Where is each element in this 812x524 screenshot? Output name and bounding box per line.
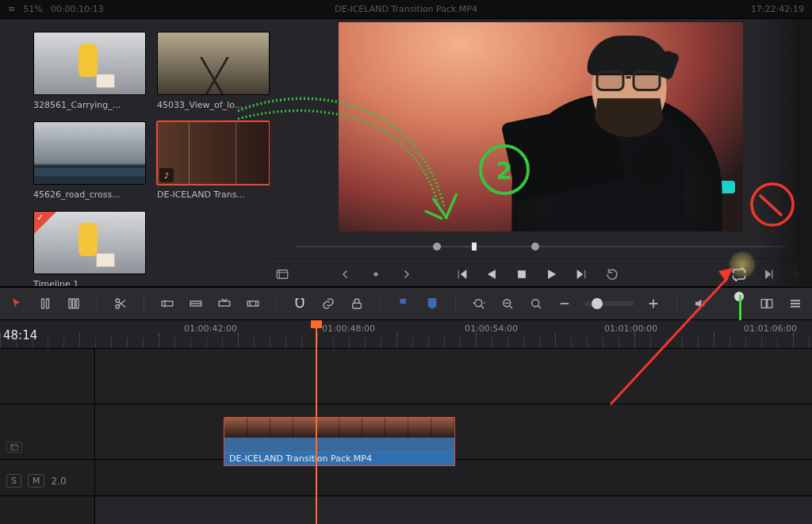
snap-icon[interactable]	[291, 295, 308, 312]
zoom-percent: 51%	[23, 4, 42, 14]
trackhead-a1[interactable]: S M 2.0	[0, 460, 94, 496]
options-icon[interactable]	[787, 295, 804, 312]
svg-rect-18	[761, 300, 766, 308]
zoom-out-range-icon[interactable]	[470, 295, 488, 312]
svg-rect-5	[69, 299, 71, 308]
svg-rect-14	[353, 303, 362, 308]
check-icon: ✓	[36, 212, 44, 223]
viewer-frame[interactable]	[339, 22, 743, 231]
timeline-toolbar	[0, 287, 812, 320]
clip-item[interactable]: 328561_Carrying_...	[33, 32, 146, 110]
lock-icon[interactable]	[348, 295, 366, 312]
source-timecode: 00:00:10:13	[51, 4, 104, 14]
media-pool: 328561_Carrying_... 45033_View_of_lo... …	[0, 19, 270, 286]
tracks-area: S M 2.0 DE-ICELAND Transition Pack.MP4	[0, 349, 812, 524]
clip-timeline[interactable]: ✓ Timeline 1	[33, 211, 146, 286]
clip-label: DE-ICELAND Trans...	[157, 189, 270, 200]
loop-once-icon[interactable]	[604, 266, 620, 282]
viewer-topbar: ≡ 51% 00:00:10:13 DE-ICELAND Transition …	[0, 0, 812, 19]
marker-icon[interactable]	[423, 295, 441, 312]
clip-grid: 328561_Carrying_... 45033_View_of_lo... …	[3, 24, 266, 286]
svg-rect-4	[47, 299, 49, 308]
track-headers: S M 2.0	[0, 349, 95, 524]
fit-to-fill-icon[interactable]	[244, 295, 262, 312]
jog-next-icon[interactable]	[398, 266, 414, 282]
blade-all-icon[interactable]	[65, 295, 82, 312]
scrub-playhead[interactable]	[472, 243, 477, 251]
zoom-custom-icon[interactable]	[527, 295, 545, 312]
track-body[interactable]: DE-ICELAND Transition Pack.MP4	[95, 349, 812, 524]
trackhead-v2[interactable]	[0, 349, 94, 404]
replace-icon[interactable]	[216, 295, 233, 312]
clip-label: 328561_Carrying_...	[33, 100, 146, 110]
overwrite-icon[interactable]	[187, 295, 205, 312]
clip-thumb	[33, 32, 146, 95]
svg-point-15	[475, 300, 482, 307]
zoom-full-icon[interactable]	[499, 295, 516, 312]
go-first-icon[interactable]	[454, 266, 469, 282]
clip-label: Timeline 1	[33, 279, 146, 286]
top-icon: ≡	[8, 4, 15, 14]
svg-point-17	[532, 300, 539, 307]
viewer-title: DE-ICELAND Transition Pack.MP4	[335, 4, 477, 14]
svg-rect-0	[277, 270, 288, 278]
svg-point-1	[374, 272, 378, 276]
ruler-tick: 01:01:06:00	[744, 323, 797, 334]
clip-thumb: ♪	[157, 121, 270, 185]
flag-icon[interactable]	[395, 295, 412, 312]
stop-icon[interactable]	[514, 266, 530, 282]
lane-v2[interactable]	[95, 349, 812, 404]
clip-label: 45033_View_of_lo...	[157, 100, 270, 110]
audio-level: 2.0	[51, 476, 66, 487]
clip-item[interactable]: 45033_View_of_lo...	[157, 32, 270, 110]
play-reverse-icon[interactable]	[484, 266, 500, 282]
ruler-tick: 01:01:00:00	[604, 323, 657, 334]
audio-badge-icon: ♪	[159, 168, 174, 182]
speaker-icon[interactable]	[691, 295, 709, 312]
insert-icon[interactable]	[159, 295, 176, 312]
film-icon	[6, 442, 22, 453]
clip-item-selected[interactable]: ♪ DE-ICELAND Trans...	[157, 121, 270, 200]
in-point-handle[interactable]	[433, 243, 441, 251]
zoom-plus-icon[interactable]	[645, 295, 662, 312]
out-point-handle[interactable]	[531, 243, 539, 251]
trackhead-v1[interactable]	[0, 404, 94, 460]
scissors-icon[interactable]	[112, 295, 129, 312]
loop-icon[interactable]	[731, 266, 747, 282]
clip-thumb	[157, 32, 270, 95]
jog-dot-icon[interactable]	[368, 266, 384, 282]
svg-rect-6	[73, 299, 75, 308]
ruler-tick: 01:00:54:00	[465, 323, 518, 334]
jog-prev-icon[interactable]	[338, 266, 354, 282]
zoom-minus-icon[interactable]	[556, 295, 573, 312]
viewer-scrubber[interactable]	[296, 241, 786, 252]
clip-label: 45626_road_cross...	[33, 189, 146, 200]
timeline-panel: 48:14 01:00:42:00 01:00:48:00 01:00:54:0…	[0, 320, 812, 524]
timeline-view-icon[interactable]	[758, 295, 776, 312]
solo-button[interactable]: S	[6, 474, 21, 488]
clip-item[interactable]: 45626_road_cross...	[33, 121, 146, 200]
current-timecode: 48:14	[0, 328, 86, 342]
selection-tool-icon[interactable]	[8, 295, 25, 312]
svg-rect-10	[162, 301, 173, 306]
upper-pane: 328561_Carrying_... 45033_View_of_lo... …	[0, 19, 812, 287]
svg-rect-2	[519, 270, 526, 277]
zoom-slider[interactable]	[584, 301, 634, 306]
mute-button[interactable]: M	[28, 474, 45, 488]
ruler-tick: 01:00:42:00	[184, 323, 237, 334]
link-icon[interactable]	[320, 295, 337, 312]
shade	[756, 19, 812, 287]
clip-thumb: ✓	[33, 211, 146, 274]
play-icon[interactable]	[544, 266, 560, 282]
timeline-ruler[interactable]: 48:14 01:00:42:00 01:00:48:00 01:00:54:0…	[0, 320, 812, 349]
timeline-clip[interactable]	[224, 417, 455, 452]
clip-thumb	[33, 121, 146, 185]
svg-rect-3	[42, 299, 44, 308]
go-last-icon[interactable]	[574, 266, 590, 282]
svg-rect-19	[768, 300, 772, 308]
svg-rect-7	[76, 299, 79, 308]
viewer-mode-icon[interactable]	[274, 266, 290, 282]
transport-bar	[274, 258, 807, 284]
blade-single-icon[interactable]	[36, 295, 54, 312]
ruler-tick: 01:00:48:00	[322, 323, 375, 334]
